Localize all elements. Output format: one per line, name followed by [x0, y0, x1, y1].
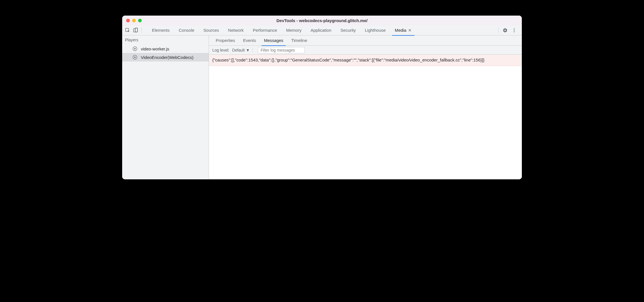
- subtab-label: Events: [243, 38, 256, 43]
- main-panel: Properties Events Messages Timeline Log …: [209, 35, 522, 179]
- player-label: video-worker.js: [141, 46, 169, 51]
- tab-label: Memory: [286, 28, 302, 33]
- sidebar-header: Players: [122, 35, 209, 44]
- subtab-label: Timeline: [291, 38, 307, 43]
- titlebar: DevTools - webcodecs-playground.glitch.m…: [122, 16, 522, 25]
- filter-input[interactable]: [258, 47, 305, 53]
- subtab-events[interactable]: Events: [239, 35, 260, 46]
- sub-tab-bar: Properties Events Messages Timeline: [209, 35, 522, 46]
- play-icon: [132, 55, 137, 60]
- close-window-button[interactable]: [126, 19, 130, 22]
- player-item[interactable]: video-worker.js: [122, 44, 209, 53]
- subtab-label: Messages: [264, 38, 283, 43]
- tab-media[interactable]: Media ✕: [390, 25, 416, 35]
- tab-label: Elements: [152, 28, 170, 33]
- devtools-window: DevTools - webcodecs-playground.glitch.m…: [122, 16, 522, 179]
- right-toolbar: [498, 27, 519, 33]
- subtab-label: Properties: [216, 38, 235, 43]
- svg-rect-2: [135, 28, 137, 32]
- tab-console[interactable]: Console: [174, 25, 199, 35]
- device-toolbar-icon[interactable]: [133, 28, 138, 33]
- content-area: Players video-worker.js VideoEncoder(Web…: [122, 35, 522, 179]
- tab-label: Lighthouse: [365, 28, 385, 33]
- subtab-timeline[interactable]: Timeline: [287, 35, 311, 46]
- tab-application[interactable]: Application: [306, 25, 336, 35]
- play-icon: [132, 46, 137, 51]
- players-sidebar: Players video-worker.js VideoEncoder(Web…: [122, 35, 209, 179]
- tab-label: Console: [179, 28, 194, 33]
- tab-sources[interactable]: Sources: [199, 25, 224, 35]
- svg-point-5: [514, 30, 515, 31]
- svg-point-4: [514, 28, 515, 29]
- tab-security[interactable]: Security: [336, 25, 360, 35]
- log-level-label: Log level:: [212, 48, 229, 52]
- tab-label: Sources: [204, 28, 219, 33]
- more-options-icon[interactable]: [512, 28, 517, 33]
- main-tab-list: Elements Console Sources Network Perform…: [147, 25, 498, 35]
- log-area: {"causes":[],"code":1543,"data":{},"grou…: [209, 55, 522, 179]
- tab-elements[interactable]: Elements: [147, 25, 174, 35]
- tab-network[interactable]: Network: [224, 25, 248, 35]
- tab-label: Performance: [253, 28, 277, 33]
- maximize-window-button[interactable]: [138, 19, 142, 22]
- subtab-properties[interactable]: Properties: [212, 35, 239, 46]
- tab-memory[interactable]: Memory: [282, 25, 306, 35]
- dropdown-icon: ▼: [246, 48, 250, 52]
- log-level-select[interactable]: Default ▼: [232, 48, 250, 52]
- divider: [253, 48, 253, 52]
- log-entry[interactable]: {"causes":[],"code":1543,"data":{},"grou…: [209, 55, 522, 66]
- window-title: DevTools - webcodecs-playground.glitch.m…: [276, 18, 367, 23]
- close-tab-icon[interactable]: ✕: [408, 28, 412, 33]
- inspect-element-icon[interactable]: [125, 28, 130, 33]
- minimize-window-button[interactable]: [132, 19, 136, 22]
- traffic-lights: [126, 19, 142, 22]
- tab-label: Security: [340, 28, 356, 33]
- tab-label: Application: [311, 28, 331, 33]
- settings-icon[interactable]: [503, 28, 508, 33]
- player-item[interactable]: VideoEncoder(WebCodecs): [122, 53, 209, 61]
- filter-bar: Log level: Default ▼: [209, 46, 522, 55]
- main-tab-bar: Elements Console Sources Network Perform…: [122, 25, 522, 35]
- tab-performance[interactable]: Performance: [248, 25, 282, 35]
- toolbar-icons: [125, 27, 142, 33]
- tab-label: Media: [395, 28, 406, 33]
- tab-lighthouse[interactable]: Lighthouse: [360, 25, 390, 35]
- tab-label: Network: [228, 28, 244, 33]
- svg-point-6: [514, 31, 515, 32]
- subtab-messages[interactable]: Messages: [260, 35, 287, 46]
- log-level-value: Default: [232, 48, 245, 52]
- player-label: VideoEncoder(WebCodecs): [141, 55, 193, 60]
